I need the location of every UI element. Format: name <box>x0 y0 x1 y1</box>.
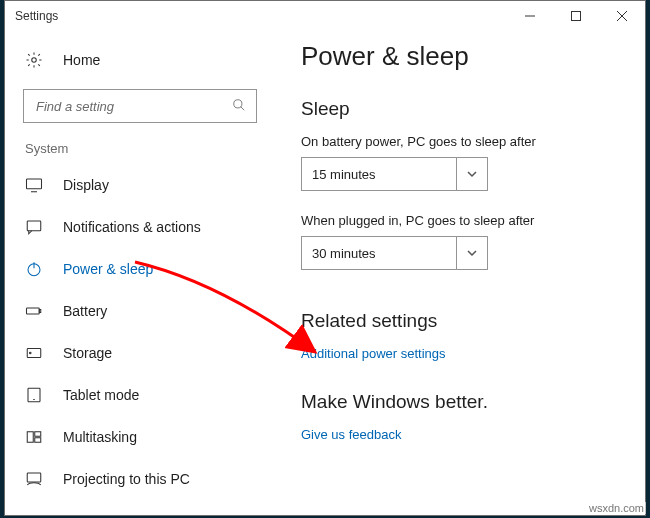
svg-rect-1 <box>572 12 581 21</box>
minimize-button[interactable] <box>507 1 553 31</box>
svg-rect-13 <box>39 310 41 313</box>
multitasking-icon <box>25 428 45 446</box>
svg-rect-18 <box>27 432 33 443</box>
sidebar-item-label: Shared experiences <box>63 513 188 515</box>
close-button[interactable] <box>599 1 645 31</box>
svg-rect-19 <box>35 432 41 437</box>
make-better-heading: Make Windows better. <box>301 391 645 413</box>
related-heading: Related settings <box>301 310 645 332</box>
battery-sleep-select[interactable]: 15 minutes <box>301 157 488 191</box>
home-label: Home <box>63 52 100 68</box>
svg-point-4 <box>32 58 37 63</box>
search-icon <box>232 98 246 115</box>
sidebar-item-label: Battery <box>63 303 107 319</box>
power-icon <box>25 260 45 278</box>
sidebar-item-label: Projecting to this PC <box>63 471 190 487</box>
svg-point-15 <box>30 352 32 354</box>
home-button[interactable]: Home <box>5 39 275 81</box>
chevron-down-icon <box>456 237 487 269</box>
sidebar-item-tablet-mode[interactable]: Tablet mode <box>5 374 275 416</box>
sidebar-item-label: Tablet mode <box>63 387 139 403</box>
plugged-sleep-label: When plugged in, PC goes to sleep after <box>301 213 645 228</box>
sidebar-item-notifications[interactable]: Notifications & actions <box>5 206 275 248</box>
sidebar-item-battery[interactable]: Battery <box>5 290 275 332</box>
titlebar: Settings <box>5 1 645 31</box>
sleep-heading: Sleep <box>301 98 645 120</box>
sidebar-item-storage[interactable]: Storage <box>5 332 275 374</box>
chevron-down-icon <box>456 158 487 190</box>
sidebar-item-label: Display <box>63 177 109 193</box>
sidebar-item-projecting[interactable]: Projecting to this PC <box>5 458 275 500</box>
svg-rect-9 <box>27 221 41 231</box>
search-input[interactable] <box>23 89 257 123</box>
svg-line-6 <box>241 106 245 110</box>
battery-sleep-value: 15 minutes <box>312 167 376 182</box>
feedback-link[interactable]: Give us feedback <box>301 427 401 442</box>
group-label-system: System <box>5 141 275 164</box>
svg-rect-12 <box>27 308 40 314</box>
sidebar: Home System Display Notifications & acti… <box>5 31 275 515</box>
storage-icon <box>25 344 45 362</box>
svg-rect-20 <box>35 438 41 443</box>
projecting-icon <box>25 470 45 488</box>
sidebar-item-label: Storage <box>63 345 112 361</box>
sidebar-item-label: Notifications & actions <box>63 219 201 235</box>
sidebar-item-label: Power & sleep <box>63 261 153 277</box>
display-icon <box>25 176 45 194</box>
search-field[interactable] <box>34 98 232 115</box>
content-area: Home System Display Notifications & acti… <box>5 31 645 515</box>
main-panel: Power & sleep Sleep On battery power, PC… <box>275 31 645 515</box>
sidebar-item-power-sleep[interactable]: Power & sleep <box>5 248 275 290</box>
gear-icon <box>25 51 45 69</box>
svg-point-5 <box>234 99 242 107</box>
battery-sleep-label: On battery power, PC goes to sleep after <box>301 134 645 149</box>
tablet-icon <box>25 386 45 404</box>
window-title: Settings <box>15 9 58 23</box>
plugged-sleep-value: 30 minutes <box>312 246 376 261</box>
window-controls <box>507 1 645 31</box>
settings-window: Settings Home <box>4 0 646 516</box>
sidebar-item-display[interactable]: Display <box>5 164 275 206</box>
watermark: wsxdn.com <box>587 502 646 514</box>
maximize-button[interactable] <box>553 1 599 31</box>
sidebar-item-shared[interactable]: Shared experiences <box>5 500 275 515</box>
notifications-icon <box>25 218 45 236</box>
sidebar-item-label: Multitasking <box>63 429 137 445</box>
plugged-sleep-select[interactable]: 30 minutes <box>301 236 488 270</box>
sidebar-item-multitasking[interactable]: Multitasking <box>5 416 275 458</box>
page-title: Power & sleep <box>301 41 645 72</box>
svg-rect-7 <box>27 179 42 189</box>
svg-rect-21 <box>27 473 41 482</box>
battery-icon <box>25 302 45 320</box>
additional-power-settings-link[interactable]: Additional power settings <box>301 346 446 361</box>
shared-icon <box>25 512 45 515</box>
